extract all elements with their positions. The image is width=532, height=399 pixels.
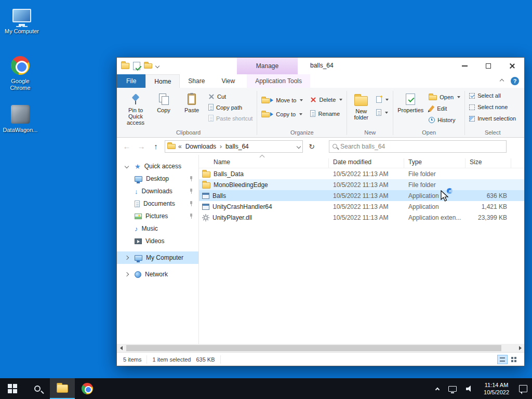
taskbar-search-button[interactable] (25, 378, 50, 399)
horizontal-scrollbar[interactable] (117, 344, 524, 352)
scroll-left-button[interactable] (117, 344, 125, 352)
sidebar-item-network[interactable]: Network (117, 268, 198, 281)
tab-application-tools[interactable]: Application Tools (247, 74, 310, 88)
taskbar-chrome-button[interactable] (75, 378, 100, 399)
easy-access-button[interactable] (374, 108, 391, 117)
sidebar-item-pictures[interactable]: Pictures (117, 210, 198, 222)
scroll-right-button[interactable] (516, 344, 524, 352)
open-group-label: Open (395, 128, 462, 137)
large-icons-view-icon (511, 357, 516, 362)
scroll-right-icon (519, 346, 522, 350)
file-type: Application (404, 192, 466, 200)
details-view-button[interactable] (497, 355, 508, 364)
desktop-icon-my-computer[interactable]: My Computer (3, 5, 41, 35)
move-to-button[interactable]: Move to (259, 96, 305, 104)
desktop-icon-google-chrome[interactable]: Google Chrome (2, 55, 39, 91)
sidebar-item-downloads[interactable]: ↓ Downloads (117, 185, 198, 197)
paste-button[interactable]: Paste (178, 91, 205, 125)
volume-tray-button[interactable] (461, 378, 478, 399)
pin-to-quick-access-button[interactable]: Pin to Quick access (122, 91, 149, 128)
new-folder-button[interactable]: New folder (349, 91, 373, 125)
paste-shortcut-button[interactable]: Paste shortcut (206, 114, 255, 123)
properties-button[interactable]: Properties (395, 91, 425, 125)
expander-icon[interactable] (125, 272, 129, 276)
file-row-monobleedingedge[interactable]: MonoBleedingEdge 10/5/2022 11:13 AM File… (199, 179, 524, 190)
back-button[interactable]: ← (121, 142, 132, 151)
column-header-name[interactable]: Name (199, 158, 329, 168)
start-button[interactable] (0, 378, 25, 399)
file-row-unityplayer-dll[interactable]: UnityPlayer.dll 10/5/2022 11:13 AM Appli… (199, 212, 524, 223)
folder-icon (202, 182, 210, 189)
sidebar-item-label: Documents (143, 200, 175, 207)
ribbon-separator (393, 91, 393, 135)
sidebar-item-videos[interactable]: Videos (117, 235, 198, 247)
tab-home[interactable]: Home (145, 74, 180, 88)
show-hidden-icons-button[interactable] (431, 378, 444, 399)
network-tray-button[interactable] (444, 378, 461, 399)
minimize-icon (462, 65, 468, 66)
maximize-button[interactable] (476, 58, 500, 74)
taskbar-clock[interactable]: 11:14 AM 10/5/2022 (478, 378, 514, 399)
help-icon[interactable]: ? (511, 77, 519, 85)
invert-selection-button[interactable]: Invert selection (467, 114, 518, 123)
tab-share[interactable]: Share (180, 74, 213, 88)
file-row-balls-data[interactable]: Balls_Data 10/5/2022 11:13 AM File folde… (199, 168, 524, 179)
properties-quick-icon[interactable] (133, 62, 140, 70)
sidebar-item-label: Network (145, 271, 168, 278)
address-box[interactable]: « Downloads › balls_64 (165, 140, 303, 153)
tab-view[interactable]: View (213, 74, 243, 88)
history-button[interactable]: History (427, 116, 462, 124)
up-button[interactable]: ↑ (150, 142, 162, 151)
new-folder-quick-icon[interactable] (144, 63, 152, 69)
titlebar[interactable]: Manage balls_64 (117, 58, 524, 74)
open-button[interactable]: Open (427, 92, 462, 101)
invert-selection-icon (469, 116, 475, 122)
desktop-icon-datawagon[interactable]: DataWagon... (2, 104, 39, 134)
breadcrumb-separator-icon[interactable]: › (220, 143, 222, 150)
pinned-icon (189, 189, 193, 194)
action-center-button[interactable] (514, 378, 532, 399)
copy-path-button[interactable]: Copy path (206, 103, 255, 112)
forward-button[interactable]: → (136, 142, 147, 151)
edit-button[interactable]: Edit (427, 104, 462, 113)
copy-button[interactable]: Copy (150, 91, 177, 125)
sidebar-item-music[interactable]: ♪ Music (117, 222, 198, 235)
breadcrumb-collapsed-icon[interactable]: « (178, 143, 182, 150)
search-input[interactable] (340, 143, 503, 150)
sidebar-item-desktop[interactable]: Desktop (117, 172, 198, 185)
ribbon-group-new: New folder New (349, 89, 391, 137)
taskbar-file-explorer-button[interactable] (50, 378, 75, 399)
column-header-size[interactable]: Size (466, 158, 511, 168)
sidebar-item-documents[interactable]: Documents (117, 197, 198, 210)
sidebar-item-my-computer[interactable]: My Computer (117, 251, 198, 264)
manage-context-header[interactable]: Manage (237, 58, 298, 74)
column-header-date-modified[interactable]: Date modified (329, 158, 404, 168)
expander-icon[interactable] (125, 164, 129, 168)
new-item-button[interactable] (374, 95, 391, 104)
close-button[interactable] (500, 58, 524, 74)
refresh-button[interactable]: ↻ (306, 142, 317, 151)
minimize-button[interactable] (453, 58, 476, 74)
column-header-type[interactable]: Type (404, 158, 466, 168)
scrollbar-thumb[interactable] (126, 345, 501, 351)
select-all-button[interactable]: Select all (467, 91, 503, 100)
breadcrumb-balls-64[interactable]: balls_64 (224, 143, 250, 150)
copy-to-button[interactable]: Copy to (259, 110, 305, 118)
scrollbar-track[interactable] (125, 344, 516, 352)
sidebar-item-quick-access[interactable]: ★ Quick access (117, 160, 198, 172)
customize-toolbar-icon[interactable] (155, 64, 159, 68)
address-dropdown-icon[interactable] (297, 144, 301, 148)
delete-button[interactable]: Delete (308, 96, 344, 104)
large-icons-view-button[interactable] (509, 355, 519, 364)
expander-icon[interactable] (125, 256, 129, 260)
file-row-unitycrashhandler64[interactable]: UnityCrashHandler64 10/5/2022 11:13 AM A… (199, 201, 524, 212)
search-box[interactable] (329, 140, 507, 153)
file-row-balls[interactable]: Balls 10/5/2022 11:13 AM Application 636… (199, 190, 524, 201)
copy-path-icon (208, 104, 214, 111)
tab-file[interactable]: File (117, 74, 145, 88)
collapse-ribbon-icon[interactable] (500, 79, 504, 83)
breadcrumb-downloads[interactable]: Downloads (184, 143, 217, 150)
rename-button[interactable]: Rename (308, 109, 344, 118)
select-none-button[interactable]: Select none (467, 103, 510, 111)
cut-button[interactable]: Cut (206, 92, 255, 101)
